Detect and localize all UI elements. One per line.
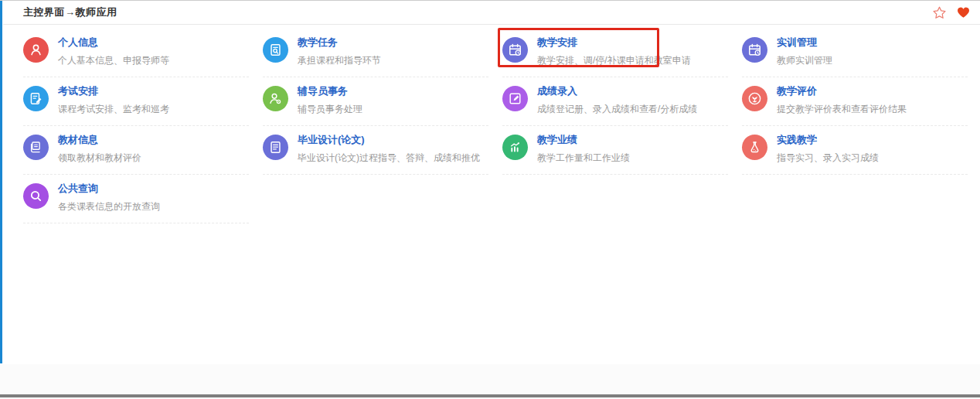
footer-band bbox=[0, 364, 980, 394]
search-icon bbox=[23, 183, 49, 209]
tile-title: 个人信息 bbox=[58, 37, 169, 48]
tile-subtitle: 提交教学评价表和查看评价结果 bbox=[777, 103, 907, 116]
tile-title: 考试安排 bbox=[58, 86, 169, 97]
tile-subtitle: 承担课程和指导环节 bbox=[298, 54, 381, 67]
tile-subtitle: 毕业设计(论文)过程指导、答辩、成绩和推优 bbox=[298, 152, 480, 165]
tile-subtitle: 教学安排、调/停/补课申请和教室申请 bbox=[537, 54, 691, 67]
tile-title: 实训管理 bbox=[777, 37, 832, 48]
tile-grade-entry[interactable]: 成绩录入 成绩登记册、录入成绩和查看/分析成绩 bbox=[502, 77, 728, 126]
document-lines-icon bbox=[263, 135, 288, 160]
tile-teaching-performance[interactable]: 教学业绩 教学工作量和工作业绩 bbox=[502, 126, 728, 175]
tile-textbook-info[interactable]: 教材信息 领取教材和教材评价 bbox=[23, 126, 249, 175]
tile-title: 教学业绩 bbox=[537, 135, 630, 145]
edit-square-icon bbox=[502, 86, 528, 111]
document-pencil-icon bbox=[23, 86, 49, 111]
tile-practical-training[interactable]: 实训管理 教师实训管理 bbox=[742, 29, 968, 77]
tile-subtitle: 辅导员事务处理 bbox=[298, 103, 362, 116]
tile-title: 教材信息 bbox=[58, 135, 141, 145]
star-icon[interactable] bbox=[931, 5, 947, 20]
user-gear-icon bbox=[263, 86, 288, 111]
tile-exam-schedule[interactable]: 考试安排 课程考试安排、监考和巡考 bbox=[23, 77, 249, 126]
main-panel: 主控界面→教师应用 个人信息 个人基本信息、申报导师等 教学任务 承担课程和指导… bbox=[3, 1, 980, 364]
document-search-icon bbox=[263, 37, 288, 63]
tile-title: 实践教学 bbox=[777, 135, 879, 145]
bottom-divider bbox=[0, 394, 980, 397]
tile-title: 辅导员事务 bbox=[298, 86, 362, 97]
tile-subtitle: 指导实习、录入实习成绩 bbox=[777, 152, 879, 165]
tile-practice-teaching[interactable]: 实践教学 指导实习、录入实习成绩 bbox=[742, 126, 968, 175]
tile-subtitle: 课程考试安排、监考和巡考 bbox=[58, 103, 169, 116]
header-actions bbox=[931, 1, 971, 24]
tile-counselor-affairs[interactable]: 辅导员事务 辅导员事务处理 bbox=[263, 77, 488, 126]
tile-public-query[interactable]: 公共查询 各类课表信息的开放查询 bbox=[23, 175, 249, 223]
tile-title: 公共查询 bbox=[58, 183, 160, 194]
books-icon bbox=[23, 135, 49, 160]
tile-subtitle: 教学工作量和工作业绩 bbox=[537, 152, 630, 165]
calendar-clock-icon bbox=[502, 37, 528, 63]
left-accent-bar bbox=[0, 1, 2, 363]
tile-title: 成绩录入 bbox=[537, 86, 697, 97]
tile-subtitle: 各类课表信息的开放查询 bbox=[58, 200, 160, 213]
user-icon bbox=[23, 37, 49, 63]
tile-title: 教学评价 bbox=[777, 86, 907, 97]
tile-teaching-schedule[interactable]: 教学安排 教学安排、调/停/补课申请和教室申请 bbox=[502, 29, 728, 77]
flask-icon bbox=[742, 135, 767, 160]
bar-chart-icon bbox=[502, 135, 528, 160]
tile-graduation-project[interactable]: 毕业设计(论文) 毕业设计(论文)过程指导、答辩、成绩和推优 bbox=[263, 126, 488, 175]
tile-personal-info[interactable]: 个人信息 个人基本信息、申报导师等 bbox=[23, 29, 249, 77]
tile-title: 教学任务 bbox=[298, 37, 381, 48]
app-grid: 个人信息 个人基本信息、申报导师等 教学任务 承担课程和指导环节 教学安排 教学… bbox=[23, 29, 968, 223]
breadcrumb: 主控界面→教师应用 bbox=[23, 5, 117, 19]
tile-title: 毕业设计(论文) bbox=[298, 135, 480, 145]
tile-teaching-tasks[interactable]: 教学任务 承担课程和指导环节 bbox=[263, 29, 488, 77]
tile-subtitle: 教师实训管理 bbox=[777, 54, 832, 67]
tile-teaching-evaluation[interactable]: 教学评价 提交教学评价表和查看评价结果 bbox=[742, 77, 968, 126]
tile-subtitle: 领取教材和教材评价 bbox=[58, 152, 141, 165]
flower-icon bbox=[742, 86, 767, 111]
tile-title: 教学安排 bbox=[537, 37, 691, 48]
calendar-clock-icon bbox=[742, 37, 767, 63]
tile-subtitle: 成绩登记册、录入成绩和查看/分析成绩 bbox=[537, 103, 697, 116]
heart-icon[interactable] bbox=[955, 5, 971, 20]
tile-subtitle: 个人基本信息、申报导师等 bbox=[58, 54, 169, 67]
page-header: 主控界面→教师应用 bbox=[3, 1, 980, 25]
